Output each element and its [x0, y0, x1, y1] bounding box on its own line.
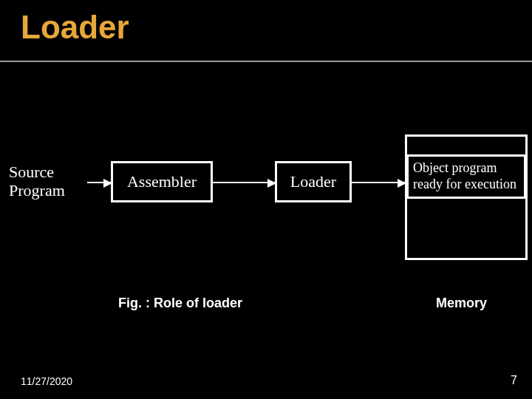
- footer-date: 11/27/2020: [21, 375, 72, 387]
- assembler-box: Assembler: [111, 161, 213, 202]
- slide: Loader Source Program Assembler Loader O…: [0, 0, 532, 399]
- arrow-icon: [352, 182, 405, 183]
- memory-box: Object program ready for execution: [405, 134, 528, 260]
- memory-slot: Object program ready for execution: [406, 154, 526, 199]
- arrow-icon: [87, 182, 111, 183]
- memory-label: Memory: [436, 296, 487, 311]
- page-number: 7: [511, 374, 517, 387]
- loader-box: Loader: [275, 161, 352, 202]
- title-area: Loader: [0, 0, 532, 74]
- page-title: Loader: [21, 9, 129, 46]
- figure-caption: Fig. : Role of loader: [118, 296, 242, 311]
- assembler-label: Assembler: [127, 172, 197, 191]
- arrow-icon: [213, 182, 275, 183]
- source-program-label: Source Program: [9, 163, 89, 200]
- diagram: Source Program Assembler Loader Object p…: [0, 148, 532, 236]
- loader-label: Loader: [290, 172, 336, 191]
- memory-content-label: Object program ready for execution: [413, 160, 519, 192]
- title-divider: [0, 61, 532, 62]
